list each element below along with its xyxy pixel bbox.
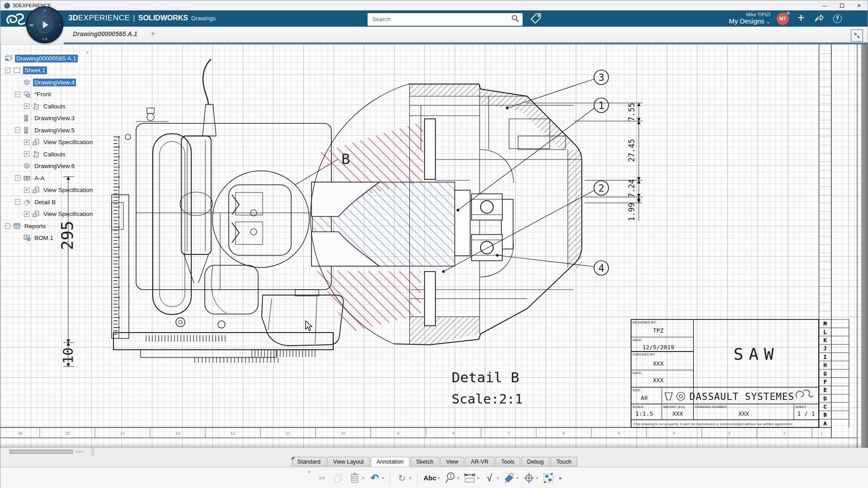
tb-label-designed-by: DESIGNED BY: [632,320,656,324]
verification-button[interactable]: √ ▾ [484,471,499,485]
collapse-expander-icon[interactable]: − [5,223,10,229]
note-button[interactable]: Abc ▾ [424,471,440,485]
command-tab-debug[interactable]: Debug [521,457,550,467]
verification-dropdown-icon[interactable]: ▾ [497,476,499,480]
tree-item--front[interactable]: −*Front [2,89,96,101]
area-hatch-button[interactable]: ▾ [503,471,519,485]
rebuild-dropdown-icon[interactable]: ▾ [409,476,411,480]
tree-item-callouts[interactable]: +Callouts [2,100,96,113]
maximize-button[interactable] [833,0,850,10]
command-tab-standard[interactable]: Standard [292,457,326,467]
zone-letter: I [824,354,827,360]
pane-splitter[interactable] [92,448,94,456]
verification-icon: √ [484,471,495,485]
collapse-expander-icon[interactable]: − [15,199,20,205]
tag-icon[interactable] [530,12,542,26]
expand-expander-icon[interactable]: + [24,188,29,193]
collapse-expander-icon[interactable]: − [15,175,20,181]
horizontal-scrollbar[interactable] [0,448,868,456]
balloon-dropdown-icon[interactable]: ▾ [458,476,460,480]
user-menu[interactable]: Mike TIPIZI My Designs ⌄ [729,12,770,25]
rebuild-button[interactable]: ↻ ▾ [396,471,411,485]
tree-item-label: View Specification [42,186,94,194]
align-button[interactable] [542,471,554,485]
center-mark-dropdown-icon[interactable]: ▾ [536,476,538,480]
avatar[interactable]: MT [777,13,789,25]
add-content-button[interactable]: + [795,11,807,25]
center-mark-button[interactable]: ▾ [523,471,538,485]
workspace-caret-icon: ⌄ [766,19,770,24]
tree-item-view-specification[interactable]: +View Specification [2,208,96,221]
collapse-panel-button[interactable] [851,29,863,42]
dimension-10[interactable]: 10 [60,343,76,366]
help-button[interactable]: ? [831,14,843,23]
command-tab-ar-vr[interactable]: AR-VR [465,457,495,467]
zone-number: 4 [673,431,675,436]
balloon-button[interactable]: 1 ▾ [444,471,460,485]
expand-expander-icon[interactable]: + [24,211,29,217]
tree-item-detail-b[interactable]: −Detail B [2,196,96,208]
collapse-expander-icon[interactable]: − [15,127,20,133]
command-tab-tools[interactable]: Tools [495,457,520,467]
tree-item-drawingview-4[interactable]: DrawingView.4 [2,76,96,89]
dimension-button[interactable]: ▾ [464,471,479,485]
compass-play-button[interactable] [37,17,53,33]
collapse-expander-icon[interactable]: − [15,92,20,97]
tree-item-reports[interactable]: −Reports [2,220,96,232]
toolbar-overflow-chevron-icon[interactable]: ⌄ [307,467,311,474]
hscroll-thumb[interactable] [9,450,73,454]
share-button[interactable] [813,13,825,24]
document-tab[interactable]: Drawing00000565 A.1 [73,30,137,38]
tree-item-view-specification[interactable]: +View Specification [2,136,96,149]
copy-button[interactable] [333,471,344,485]
tree-item-drawingview-5[interactable]: −DrawingView.5 [2,124,96,136]
expand-expander-icon[interactable]: + [24,151,29,157]
tree-item-a-a[interactable]: −A-A [2,172,96,184]
tree-item-label: Drawing00000565 A.1 [15,55,78,62]
search-box[interactable] [368,13,523,26]
viewproj-icon [23,114,31,122]
tree-item-label: Callouts [42,150,67,158]
dimension-dropdown-icon[interactable]: ▾ [477,476,479,480]
command-tab-sketch[interactable]: Sketch [410,457,439,467]
note-dropdown-icon[interactable]: ▾ [438,476,440,480]
tree-item-bom-1[interactable]: BOM.1 [2,232,96,244]
command-tab-view[interactable]: View [440,457,464,467]
command-tab-annotation[interactable]: Annotation [371,457,410,467]
close-button[interactable]: ✕ [850,0,868,10]
drawing-canvas[interactable]: B 295 10 [0,44,868,448]
tree-item-label: View Specification [42,138,94,146]
drawing-view-detail-b[interactable] [311,84,582,345]
tree-item-callouts[interactable]: +Callouts [2,148,96,160]
detail-view-label[interactable]: Detail B Scale:2:1 [452,369,523,407]
undo-dropdown-icon[interactable]: ▾ [382,476,384,480]
app-icon [4,3,10,9]
zone-number: 13 [175,431,180,436]
collapse-expander-icon[interactable]: − [5,68,10,73]
tree-collapse-icon[interactable]: ‹ [86,49,88,56]
zone-letter: D [824,396,827,402]
tree-item-view-specification[interactable]: +View Specification [2,184,96,197]
toolbar-more-icon[interactable]: ▸ [559,474,562,481]
area-hatch-dropdown-icon[interactable]: ▾ [516,476,519,480]
cut-button[interactable]: ✂ [316,471,328,485]
minimize-button[interactable]: — [816,0,833,10]
command-tab-touch[interactable]: Touch [551,457,577,467]
paste-button[interactable]: ▾ [349,471,364,485]
3dexperience-compass[interactable]: ✦ 3D i V·R [26,6,63,43]
drawing-icon [5,55,13,62]
brand: 3DEXPERIENCE|SOLIDWORKSDrawings [68,14,216,23]
tree-item-drawing00000565-a-1[interactable]: Drawing00000565 A.1 [2,52,96,65]
new-tab-button[interactable]: + [151,29,156,39]
tree-item-drawingview-6[interactable]: DrawingView.6 [2,160,96,173]
paste-dropdown-icon[interactable]: ▾ [362,476,364,480]
expand-expander-icon[interactable]: + [24,140,29,145]
tree-item-drawingview-3[interactable]: DrawingView.3 [2,113,96,125]
search-input[interactable] [368,16,511,23]
tree-item-sheet-1[interactable]: −Sheet.1 [2,65,96,77]
search-icon[interactable] [511,14,519,24]
command-tab-view-layout[interactable]: View Layout [327,457,370,467]
undo-button[interactable]: ↶ ▾ [369,471,384,485]
hscroll-piece[interactable] [75,450,84,453]
expand-expander-icon[interactable]: + [24,103,29,109]
